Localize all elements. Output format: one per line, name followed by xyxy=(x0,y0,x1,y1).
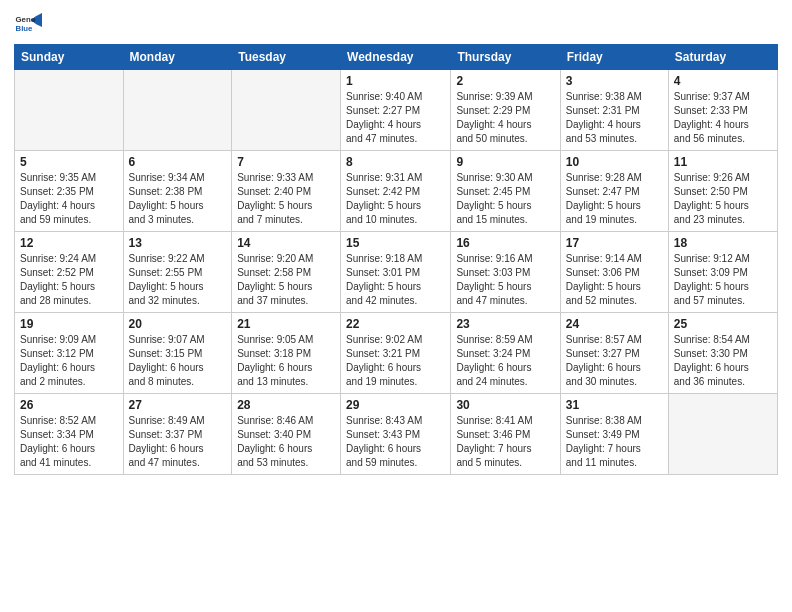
calendar-cell: 13Sunrise: 9:22 AM Sunset: 2:55 PM Dayli… xyxy=(123,232,232,313)
calendar-cell: 11Sunrise: 9:26 AM Sunset: 2:50 PM Dayli… xyxy=(668,151,777,232)
day-content: Sunrise: 9:22 AM Sunset: 2:55 PM Dayligh… xyxy=(129,252,227,308)
day-number: 12 xyxy=(20,236,118,250)
calendar-cell: 23Sunrise: 8:59 AM Sunset: 3:24 PM Dayli… xyxy=(451,313,560,394)
day-number: 5 xyxy=(20,155,118,169)
day-number: 24 xyxy=(566,317,663,331)
day-number: 28 xyxy=(237,398,335,412)
calendar-cell: 9Sunrise: 9:30 AM Sunset: 2:45 PM Daylig… xyxy=(451,151,560,232)
calendar-body: 1Sunrise: 9:40 AM Sunset: 2:27 PM Daylig… xyxy=(15,70,778,475)
calendar-cell: 20Sunrise: 9:07 AM Sunset: 3:15 PM Dayli… xyxy=(123,313,232,394)
weekday-header-sunday: Sunday xyxy=(15,45,124,70)
calendar-cell: 12Sunrise: 9:24 AM Sunset: 2:52 PM Dayli… xyxy=(15,232,124,313)
day-content: Sunrise: 9:02 AM Sunset: 3:21 PM Dayligh… xyxy=(346,333,445,389)
day-content: Sunrise: 9:35 AM Sunset: 2:35 PM Dayligh… xyxy=(20,171,118,227)
day-number: 19 xyxy=(20,317,118,331)
calendar-cell: 22Sunrise: 9:02 AM Sunset: 3:21 PM Dayli… xyxy=(341,313,451,394)
day-content: Sunrise: 9:05 AM Sunset: 3:18 PM Dayligh… xyxy=(237,333,335,389)
calendar-cell xyxy=(668,394,777,475)
day-content: Sunrise: 9:30 AM Sunset: 2:45 PM Dayligh… xyxy=(456,171,554,227)
day-number: 18 xyxy=(674,236,772,250)
calendar-week-3: 12Sunrise: 9:24 AM Sunset: 2:52 PM Dayli… xyxy=(15,232,778,313)
day-number: 3 xyxy=(566,74,663,88)
weekday-header-friday: Friday xyxy=(560,45,668,70)
calendar-cell: 2Sunrise: 9:39 AM Sunset: 2:29 PM Daylig… xyxy=(451,70,560,151)
day-number: 20 xyxy=(129,317,227,331)
day-number: 31 xyxy=(566,398,663,412)
day-number: 2 xyxy=(456,74,554,88)
day-number: 26 xyxy=(20,398,118,412)
calendar-cell: 21Sunrise: 9:05 AM Sunset: 3:18 PM Dayli… xyxy=(232,313,341,394)
calendar-cell: 14Sunrise: 9:20 AM Sunset: 2:58 PM Dayli… xyxy=(232,232,341,313)
day-content: Sunrise: 8:38 AM Sunset: 3:49 PM Dayligh… xyxy=(566,414,663,470)
calendar-cell: 30Sunrise: 8:41 AM Sunset: 3:46 PM Dayli… xyxy=(451,394,560,475)
page-container: General Blue SundayMondayTuesdayWednesda… xyxy=(0,0,792,485)
calendar-cell: 10Sunrise: 9:28 AM Sunset: 2:47 PM Dayli… xyxy=(560,151,668,232)
calendar-week-5: 26Sunrise: 8:52 AM Sunset: 3:34 PM Dayli… xyxy=(15,394,778,475)
day-content: Sunrise: 8:41 AM Sunset: 3:46 PM Dayligh… xyxy=(456,414,554,470)
logo: General Blue xyxy=(14,10,46,38)
day-content: Sunrise: 9:33 AM Sunset: 2:40 PM Dayligh… xyxy=(237,171,335,227)
calendar-cell: 4Sunrise: 9:37 AM Sunset: 2:33 PM Daylig… xyxy=(668,70,777,151)
calendar-header: SundayMondayTuesdayWednesdayThursdayFrid… xyxy=(15,45,778,70)
calendar-cell: 24Sunrise: 8:57 AM Sunset: 3:27 PM Dayli… xyxy=(560,313,668,394)
day-content: Sunrise: 9:40 AM Sunset: 2:27 PM Dayligh… xyxy=(346,90,445,146)
day-content: Sunrise: 9:18 AM Sunset: 3:01 PM Dayligh… xyxy=(346,252,445,308)
calendar-cell: 8Sunrise: 9:31 AM Sunset: 2:42 PM Daylig… xyxy=(341,151,451,232)
svg-text:Blue: Blue xyxy=(16,24,34,33)
day-content: Sunrise: 9:14 AM Sunset: 3:06 PM Dayligh… xyxy=(566,252,663,308)
calendar-cell: 7Sunrise: 9:33 AM Sunset: 2:40 PM Daylig… xyxy=(232,151,341,232)
calendar-cell xyxy=(123,70,232,151)
weekday-header-wednesday: Wednesday xyxy=(341,45,451,70)
calendar-cell: 5Sunrise: 9:35 AM Sunset: 2:35 PM Daylig… xyxy=(15,151,124,232)
calendar-cell: 26Sunrise: 8:52 AM Sunset: 3:34 PM Dayli… xyxy=(15,394,124,475)
day-number: 25 xyxy=(674,317,772,331)
header: General Blue xyxy=(14,10,778,38)
day-number: 10 xyxy=(566,155,663,169)
calendar-cell: 31Sunrise: 8:38 AM Sunset: 3:49 PM Dayli… xyxy=(560,394,668,475)
day-content: Sunrise: 9:34 AM Sunset: 2:38 PM Dayligh… xyxy=(129,171,227,227)
day-content: Sunrise: 8:52 AM Sunset: 3:34 PM Dayligh… xyxy=(20,414,118,470)
day-number: 27 xyxy=(129,398,227,412)
calendar-cell: 3Sunrise: 9:38 AM Sunset: 2:31 PM Daylig… xyxy=(560,70,668,151)
day-content: Sunrise: 8:46 AM Sunset: 3:40 PM Dayligh… xyxy=(237,414,335,470)
calendar-cell: 18Sunrise: 9:12 AM Sunset: 3:09 PM Dayli… xyxy=(668,232,777,313)
generalblue-logo-icon: General Blue xyxy=(14,10,42,38)
day-number: 7 xyxy=(237,155,335,169)
weekday-header-row: SundayMondayTuesdayWednesdayThursdayFrid… xyxy=(15,45,778,70)
day-number: 1 xyxy=(346,74,445,88)
weekday-header-saturday: Saturday xyxy=(668,45,777,70)
day-number: 17 xyxy=(566,236,663,250)
day-content: Sunrise: 9:37 AM Sunset: 2:33 PM Dayligh… xyxy=(674,90,772,146)
day-number: 8 xyxy=(346,155,445,169)
day-number: 23 xyxy=(456,317,554,331)
day-number: 6 xyxy=(129,155,227,169)
day-content: Sunrise: 9:38 AM Sunset: 2:31 PM Dayligh… xyxy=(566,90,663,146)
calendar-cell: 17Sunrise: 9:14 AM Sunset: 3:06 PM Dayli… xyxy=(560,232,668,313)
day-content: Sunrise: 9:16 AM Sunset: 3:03 PM Dayligh… xyxy=(456,252,554,308)
calendar-cell: 27Sunrise: 8:49 AM Sunset: 3:37 PM Dayli… xyxy=(123,394,232,475)
calendar-cell: 28Sunrise: 8:46 AM Sunset: 3:40 PM Dayli… xyxy=(232,394,341,475)
day-number: 30 xyxy=(456,398,554,412)
day-number: 16 xyxy=(456,236,554,250)
day-number: 21 xyxy=(237,317,335,331)
calendar-cell: 16Sunrise: 9:16 AM Sunset: 3:03 PM Dayli… xyxy=(451,232,560,313)
day-content: Sunrise: 8:54 AM Sunset: 3:30 PM Dayligh… xyxy=(674,333,772,389)
day-content: Sunrise: 9:28 AM Sunset: 2:47 PM Dayligh… xyxy=(566,171,663,227)
day-number: 9 xyxy=(456,155,554,169)
day-number: 11 xyxy=(674,155,772,169)
calendar-cell: 29Sunrise: 8:43 AM Sunset: 3:43 PM Dayli… xyxy=(341,394,451,475)
day-content: Sunrise: 8:49 AM Sunset: 3:37 PM Dayligh… xyxy=(129,414,227,470)
day-number: 14 xyxy=(237,236,335,250)
day-number: 13 xyxy=(129,236,227,250)
weekday-header-monday: Monday xyxy=(123,45,232,70)
day-content: Sunrise: 9:07 AM Sunset: 3:15 PM Dayligh… xyxy=(129,333,227,389)
day-content: Sunrise: 8:59 AM Sunset: 3:24 PM Dayligh… xyxy=(456,333,554,389)
calendar-cell xyxy=(15,70,124,151)
day-number: 22 xyxy=(346,317,445,331)
calendar-week-2: 5Sunrise: 9:35 AM Sunset: 2:35 PM Daylig… xyxy=(15,151,778,232)
day-number: 4 xyxy=(674,74,772,88)
calendar-week-1: 1Sunrise: 9:40 AM Sunset: 2:27 PM Daylig… xyxy=(15,70,778,151)
calendar-cell: 19Sunrise: 9:09 AM Sunset: 3:12 PM Dayli… xyxy=(15,313,124,394)
day-content: Sunrise: 9:09 AM Sunset: 3:12 PM Dayligh… xyxy=(20,333,118,389)
calendar-week-4: 19Sunrise: 9:09 AM Sunset: 3:12 PM Dayli… xyxy=(15,313,778,394)
